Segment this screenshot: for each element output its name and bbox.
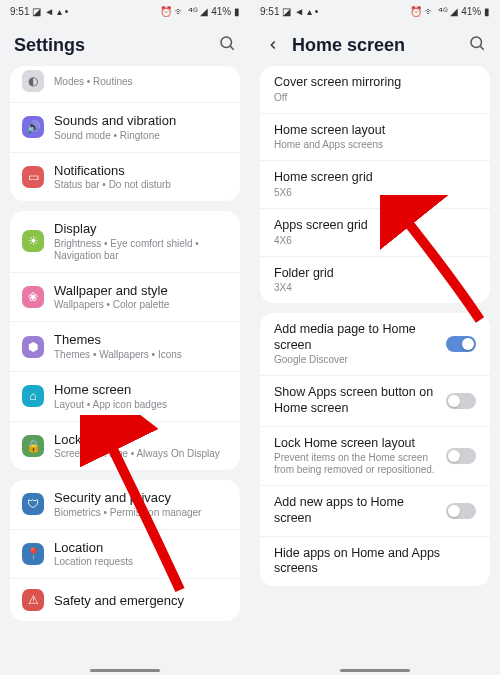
row-title: Notifications [54, 163, 228, 179]
home-group-1: Cover screen mirroring Off Home screen l… [260, 66, 490, 303]
row-safety[interactable]: ⚠ Safety and emergency [10, 579, 240, 621]
row-security[interactable]: 🛡 Security and privacy Biometrics • Perm… [10, 480, 240, 530]
settings-group-3: 🛡 Security and privacy Biometrics • Perm… [10, 480, 240, 621]
row-sub: Wallpapers • Color palette [54, 299, 228, 311]
svg-point-0 [221, 37, 232, 48]
speaker-icon: 🔊 [22, 116, 44, 138]
row-home-screen[interactable]: ⌂ Home screen Layout • App icon badges [10, 372, 240, 422]
home-header: Home screen [250, 22, 500, 66]
row-title: Home screen [54, 382, 228, 398]
home-screen-settings: 9:51 ◪ ◄ ▴ • ⏰ ᯤ ⁴ᴳ ◢ 41% ▮ Home screen … [250, 0, 500, 675]
row-display[interactable]: ☀ Display Brightness • Eye comfort shiel… [10, 211, 240, 273]
row-modes-routines[interactable]: ◐ Modes • Routines [10, 66, 240, 103]
row-title: Wallpaper and style [54, 283, 228, 299]
toggle-show-apps[interactable] [446, 393, 476, 409]
search-button[interactable] [218, 34, 236, 56]
row-lock-layout[interactable]: Lock Home screen layout Prevent items on… [260, 427, 490, 487]
row-sounds[interactable]: 🔊 Sounds and vibration Sound mode • Ring… [10, 103, 240, 153]
toggle-media-page[interactable] [446, 336, 476, 352]
home-icon: ⌂ [22, 385, 44, 407]
status-left-icons: ◪ ◄ ▴ • [32, 6, 68, 17]
nav-handle [340, 669, 410, 672]
status-right-icons: ⏰ ᯤ ⁴ᴳ ◢ 41% ▮ [160, 6, 240, 17]
row-sub: Modes • Routines [54, 76, 228, 88]
svg-line-4 [480, 46, 483, 49]
row-sub: Sound mode • Ringtone [54, 130, 228, 142]
page-title: Home screen [292, 35, 458, 56]
row-sub: Themes • Wallpapers • Icons [54, 349, 228, 361]
status-bar: 9:51 ◪ ◄ ▴ • ⏰ ᯤ ⁴ᴳ ◢ 41% ▮ [250, 0, 500, 22]
row-title: Lock screen [54, 432, 228, 448]
page-title: Settings [14, 35, 208, 56]
modes-icon: ◐ [22, 70, 44, 92]
settings-list: ◐ Modes • Routines 🔊 Sounds and vibratio… [0, 66, 250, 675]
row-title: Security and privacy [54, 490, 228, 506]
svg-line-1 [230, 46, 233, 49]
row-title: Location [54, 540, 228, 556]
nav-handle [90, 669, 160, 672]
settings-screen: 9:51 ◪ ◄ ▴ • ⏰ ᯤ ⁴ᴳ ◢ 41% ▮ Settings ◐ M… [0, 0, 250, 675]
pin-icon: 📍 [22, 543, 44, 565]
row-themes[interactable]: ⬢ Themes Themes • Wallpapers • Icons [10, 322, 240, 372]
row-add-new-apps[interactable]: Add new apps to Home screen [260, 486, 490, 536]
back-button[interactable] [264, 36, 282, 54]
row-sub: Layout • App icon badges [54, 399, 228, 411]
row-cover-mirroring[interactable]: Cover screen mirroring Off [260, 66, 490, 114]
themes-icon: ⬢ [22, 336, 44, 358]
notifications-icon: ▭ [22, 166, 44, 188]
flower-icon: ❀ [22, 286, 44, 308]
row-hide-apps[interactable]: Hide apps on Home and Apps screens [260, 537, 490, 586]
row-title: Safety and emergency [54, 593, 228, 609]
warning-icon: ⚠ [22, 589, 44, 611]
settings-header: Settings [0, 22, 250, 66]
lock-icon: 🔒 [22, 435, 44, 457]
row-sub: Biometrics • Permission manager [54, 507, 228, 519]
chevron-left-icon [266, 38, 280, 52]
row-sub: Brightness • Eye comfort shield • Naviga… [54, 238, 228, 262]
row-location[interactable]: 📍 Location Location requests [10, 530, 240, 580]
row-sub: Location requests [54, 556, 228, 568]
row-apps-grid[interactable]: Apps screen grid 4X6 [260, 209, 490, 257]
row-home-layout[interactable]: Home screen layout Home and Apps screens [260, 114, 490, 162]
status-time: 9:51 [260, 6, 279, 17]
svg-point-3 [471, 37, 482, 48]
row-title: Display [54, 221, 228, 237]
row-home-grid[interactable]: Home screen grid 5X6 [260, 161, 490, 209]
toggle-add-new-apps[interactable] [446, 503, 476, 519]
search-icon [218, 34, 236, 52]
row-sub: Status bar • Do not disturb [54, 179, 228, 191]
row-sub: Screen lock type • Always On Display [54, 448, 228, 460]
toggle-lock-layout[interactable] [446, 448, 476, 464]
search-icon [468, 34, 486, 52]
status-time: 9:51 [10, 6, 29, 17]
status-right-icons: ⏰ ᯤ ⁴ᴳ ◢ 41% ▮ [410, 6, 490, 17]
search-button[interactable] [468, 34, 486, 56]
row-lock-screen[interactable]: 🔒 Lock screen Screen lock type • Always … [10, 422, 240, 471]
row-title: Themes [54, 332, 228, 348]
row-folder-grid[interactable]: Folder grid 3X4 [260, 257, 490, 304]
settings-group-1: ◐ Modes • Routines 🔊 Sounds and vibratio… [10, 66, 240, 201]
row-wallpaper[interactable]: ❀ Wallpaper and style Wallpapers • Color… [10, 273, 240, 323]
row-show-apps-button[interactable]: Show Apps screen button on Home screen [260, 376, 490, 426]
status-left-icons: ◪ ◄ ▴ • [282, 6, 318, 17]
row-media-page[interactable]: Add media page to Home screen Google Dis… [260, 313, 490, 376]
row-notifications[interactable]: ▭ Notifications Status bar • Do not dist… [10, 153, 240, 202]
shield-icon: 🛡 [22, 493, 44, 515]
home-group-2: Add media page to Home screen Google Dis… [260, 313, 490, 586]
row-title: Sounds and vibration [54, 113, 228, 129]
status-bar: 9:51 ◪ ◄ ▴ • ⏰ ᯤ ⁴ᴳ ◢ 41% ▮ [0, 0, 250, 22]
settings-group-2: ☀ Display Brightness • Eye comfort shiel… [10, 211, 240, 470]
sun-icon: ☀ [22, 230, 44, 252]
home-settings-list: Cover screen mirroring Off Home screen l… [250, 66, 500, 675]
